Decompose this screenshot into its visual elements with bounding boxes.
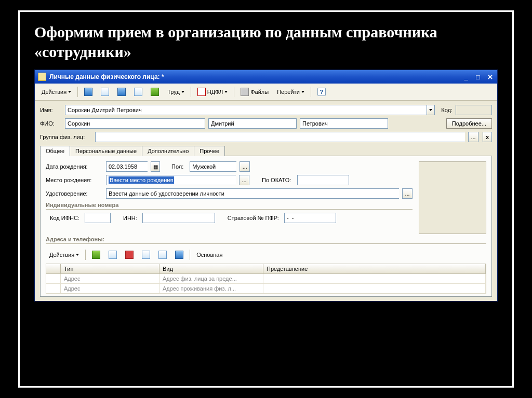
tab-additional[interactable]: Дополнительно [142, 146, 194, 156]
pfr-input[interactable] [284, 213, 336, 223]
dob-input[interactable] [106, 161, 148, 172]
cell-type: Адрес [61, 274, 159, 283]
toolbar-btn-5[interactable] [147, 86, 163, 98]
separator [311, 87, 311, 97]
titlebar: Личные данные физического лица: * _ □ ✕ [35, 70, 497, 84]
id-input[interactable] [106, 188, 399, 199]
code-label: Код: [441, 107, 453, 113]
cell-type: Адрес [61, 284, 159, 293]
grid-col-marker[interactable] [46, 264, 61, 274]
dob-label: Дата рождения: [46, 163, 103, 170]
group-label: Группа физ. лиц: [40, 134, 92, 140]
grid-col-type[interactable]: Тип [61, 264, 159, 274]
pob-value: Ввести место рождения [109, 176, 174, 184]
emblem-icon [197, 88, 206, 96]
chevron-down-icon [181, 91, 184, 93]
doc-icon [134, 88, 142, 96]
more-button[interactable]: Подробнее... [446, 118, 492, 129]
refresh-icon [101, 88, 109, 96]
delete-row-icon [125, 251, 134, 259]
ndfl-menu[interactable]: НДФЛ [194, 86, 231, 98]
tab-general[interactable]: Общее [40, 146, 70, 156]
cell-kind: Адрес проживания физ. л... [159, 284, 263, 293]
addr-actions-label: Действия [49, 252, 74, 258]
trud-menu[interactable]: Труд [164, 87, 188, 97]
okato-label: По ОКАТО: [262, 177, 291, 183]
add-row-icon [92, 251, 100, 259]
okato-input[interactable] [297, 175, 349, 185]
tabstrip: Общее Персональные данные Дополнительно … [40, 145, 492, 156]
addr-down-button[interactable] [155, 249, 170, 261]
separator [234, 87, 234, 97]
toolbar-btn-3[interactable] [114, 86, 129, 98]
fio-label: ФИО: [40, 120, 62, 127]
toolbar-btn-2[interactable] [97, 86, 113, 98]
addr-edit-button[interactable] [105, 249, 121, 261]
chevron-down-icon [224, 91, 228, 93]
main-toolbar: Действия Труд НДФЛ [35, 84, 497, 101]
sex-input[interactable] [190, 161, 236, 172]
save-icon [84, 88, 92, 96]
toolbar-btn-4[interactable] [130, 86, 146, 98]
group-clear-button[interactable]: x [483, 132, 492, 142]
window-title: Личные данные физического лица: * [49, 73, 461, 80]
goto-menu[interactable]: Перейти [273, 87, 308, 97]
name-label: Имя: [40, 107, 62, 113]
help-button[interactable]: ? [314, 86, 329, 98]
addresses-toolbar: Действия Основная [46, 247, 486, 264]
patronymic-input[interactable] [300, 118, 388, 129]
pob-select-button[interactable]: ... [239, 175, 249, 185]
name-input[interactable] [65, 105, 427, 115]
grid-col-kind[interactable]: Вид [159, 264, 263, 274]
surname-input[interactable] [65, 118, 205, 129]
row-marker-icon [46, 284, 61, 293]
inn-input[interactable] [142, 213, 215, 223]
code-input[interactable] [456, 105, 492, 115]
sex-label: Пол: [171, 163, 183, 170]
separator [85, 250, 86, 260]
pob-input[interactable]: Ввести место рождения [106, 175, 236, 185]
grid-col-repr[interactable]: Представление [263, 264, 486, 274]
chevron-down-icon [429, 109, 432, 111]
app-icon [38, 73, 46, 81]
separator [190, 250, 190, 260]
addr-main-button[interactable]: Основная [193, 250, 226, 260]
ndfl-label: НДФЛ [207, 89, 223, 95]
photo-placeholder[interactable] [419, 161, 486, 234]
cell-repr [263, 274, 486, 283]
maximize-button[interactable]: □ [473, 72, 483, 82]
tab-panel-general: Дата рождения: ▦ Пол: ... Место рождения… [40, 156, 492, 297]
minimize-button[interactable]: _ [461, 72, 471, 82]
ifns-label: Код ИФНС: [50, 215, 79, 221]
toolbar-btn-1[interactable] [81, 86, 96, 98]
chevron-down-icon [68, 91, 71, 93]
numbers-header: Индивидуальные номера [46, 202, 413, 210]
dob-calendar-button[interactable]: ▦ [151, 161, 160, 172]
attachment-icon [241, 88, 249, 96]
addresses-grid: Тип Вид Представление Адрес Адрес физ. л… [46, 264, 486, 294]
addresses-header: Адреса и телефоны: [46, 236, 486, 244]
ifns-input[interactable] [85, 213, 111, 223]
table-row[interactable]: Адрес Адрес физ. лица за преде... [46, 274, 486, 284]
table-row[interactable]: Адрес Адрес проживания физ. л... [46, 284, 486, 294]
addr-delete-button[interactable] [122, 249, 137, 261]
group-select-button[interactable]: ... [468, 132, 478, 142]
name-dropdown-button[interactable] [427, 105, 435, 115]
move-down-icon [158, 251, 167, 259]
firstname-input[interactable] [208, 118, 297, 129]
addr-add-button[interactable] [88, 249, 104, 261]
tab-personal[interactable]: Персональные данные [70, 146, 142, 156]
addr-tool-button[interactable] [171, 249, 187, 261]
id-select-button[interactable]: ... [402, 188, 413, 199]
move-up-icon [142, 251, 150, 259]
group-input[interactable] [95, 132, 465, 142]
actions-menu[interactable]: Действия [38, 87, 75, 97]
window: Личные данные физического лица: * _ □ ✕ … [34, 70, 498, 301]
sex-select-button[interactable]: ... [240, 161, 250, 172]
addr-up-button[interactable] [138, 249, 154, 261]
tool-icon [175, 251, 183, 259]
files-menu[interactable]: Файлы [237, 86, 272, 98]
close-button[interactable]: ✕ [485, 72, 495, 82]
tab-other[interactable]: Прочее [194, 146, 225, 156]
addr-actions-menu[interactable]: Действия [46, 250, 83, 260]
